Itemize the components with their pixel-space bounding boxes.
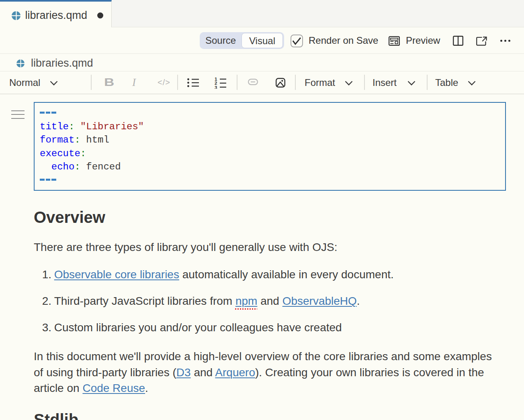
svg-text:3: 3	[215, 85, 217, 89]
